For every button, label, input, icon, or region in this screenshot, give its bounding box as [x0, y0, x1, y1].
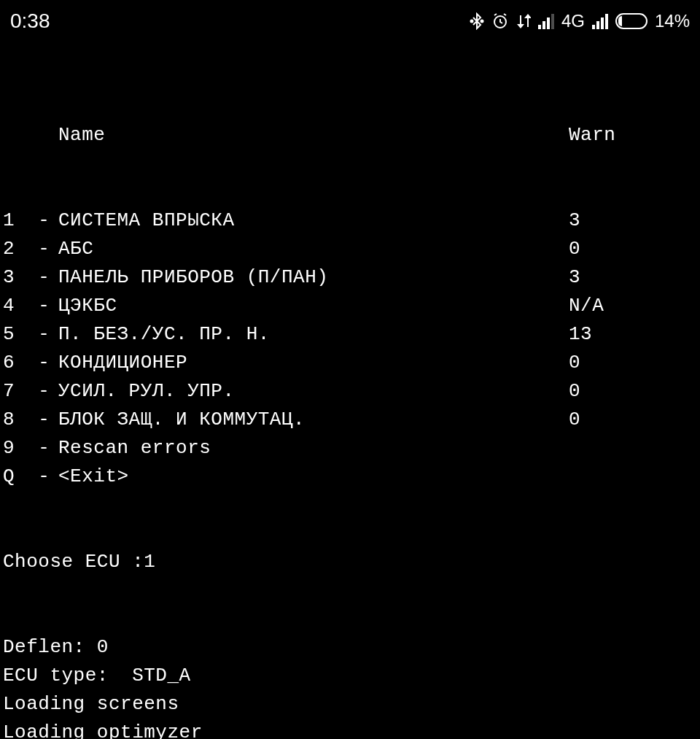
- menu-item[interactable]: 3 - ПАНЕЛЬ ПРИБОРОВ (П/ПАН)3: [0, 263, 700, 292]
- battery-percent-label: 14%: [655, 8, 690, 34]
- menu-item[interactable]: 4 - ЦЭКБСN/A: [0, 292, 700, 320]
- item-warn: 3: [569, 263, 580, 292]
- menu-item[interactable]: 2 - АБС0: [0, 235, 700, 263]
- item-warn: 3: [569, 206, 580, 235]
- item-warn: 0: [569, 406, 580, 434]
- menu-item[interactable]: 1 - СИСТЕМА ВПРЫСКА3: [0, 206, 700, 235]
- status-icons: 4G 14%: [470, 8, 690, 34]
- item-warn: 0: [569, 349, 580, 377]
- data-transfer-icon: [516, 12, 531, 30]
- item-name: АБС: [58, 235, 569, 263]
- svg-point-0: [470, 20, 472, 23]
- header-warn: Warn: [569, 121, 615, 150]
- bluetooth-icon: [470, 12, 484, 30]
- menu-item[interactable]: 5 - П. БЕЗ./УС. ПР. Н.13: [0, 320, 700, 349]
- menu-item[interactable]: Q - <Exit>: [0, 463, 700, 491]
- status-line: Loading optimyzer: [0, 719, 700, 739]
- network-type-label: 4G: [561, 8, 585, 34]
- item-key: 1 -: [0, 206, 58, 235]
- item-warn: 0: [569, 377, 580, 406]
- status-line: Deflen: 0: [0, 633, 700, 662]
- item-name: СИСТЕМА ВПРЫСКА: [58, 206, 569, 235]
- item-key: 8 -: [0, 406, 58, 434]
- item-key: 9 -: [0, 434, 58, 463]
- item-name: КОНДИЦИОНЕР: [58, 349, 569, 377]
- item-name: П. БЕЗ./УС. ПР. Н.: [58, 320, 569, 349]
- signal-icon-2: [592, 14, 608, 29]
- item-key: Q -: [0, 463, 58, 491]
- item-key: 5 -: [0, 320, 58, 349]
- item-key: 7 -: [0, 377, 58, 406]
- item-name: ЦЭКБС: [58, 292, 569, 320]
- status-bar: 0:38 4G: [0, 0, 700, 42]
- item-name: ПАНЕЛЬ ПРИБОРОВ (П/ПАН): [58, 263, 569, 292]
- item-name: БЛОК ЗАЩ. И КОММУТАЦ.: [58, 406, 569, 434]
- menu-item[interactable]: 9 - Rescan errors: [0, 434, 700, 463]
- menu-item[interactable]: 8 - БЛОК ЗАЩ. И КОММУТАЦ.0: [0, 406, 700, 434]
- header-name: Name: [0, 121, 569, 150]
- battery-fill: [618, 16, 622, 26]
- item-key: 2 -: [0, 235, 58, 263]
- status-time: 0:38: [10, 6, 50, 36]
- menu-item[interactable]: 7 - УСИЛ. РУЛ. УПР.0: [0, 377, 700, 406]
- item-key: 6 -: [0, 349, 58, 377]
- battery-icon: [615, 13, 648, 29]
- status-line: ECU type: STD_A: [0, 662, 700, 690]
- signal-icon-1: [538, 14, 554, 29]
- prompt-input[interactable]: 1: [144, 548, 155, 576]
- item-name: Rescan errors: [58, 434, 569, 463]
- item-key: 4 -: [0, 292, 58, 320]
- item-warn: N/A: [569, 292, 604, 320]
- terminal[interactable]: Name Warn 1 - СИСТЕМА ВПРЫСКА32 - АБС03 …: [0, 42, 700, 739]
- status-line: Loading screens: [0, 690, 700, 719]
- item-warn: 13: [569, 320, 592, 349]
- item-warn: 0: [569, 235, 580, 263]
- item-key: 3 -: [0, 263, 58, 292]
- menu-item[interactable]: 6 - КОНДИЦИОНЕР0: [0, 349, 700, 377]
- alarm-icon: [491, 12, 509, 30]
- prompt-line[interactable]: Choose ECU :1: [0, 548, 700, 576]
- header-row: Name Warn: [0, 121, 700, 150]
- item-name: <Exit>: [58, 463, 569, 491]
- svg-point-1: [481, 20, 483, 23]
- item-name: УСИЛ. РУЛ. УПР.: [58, 377, 569, 406]
- prompt-label: Choose ECU :: [3, 548, 144, 576]
